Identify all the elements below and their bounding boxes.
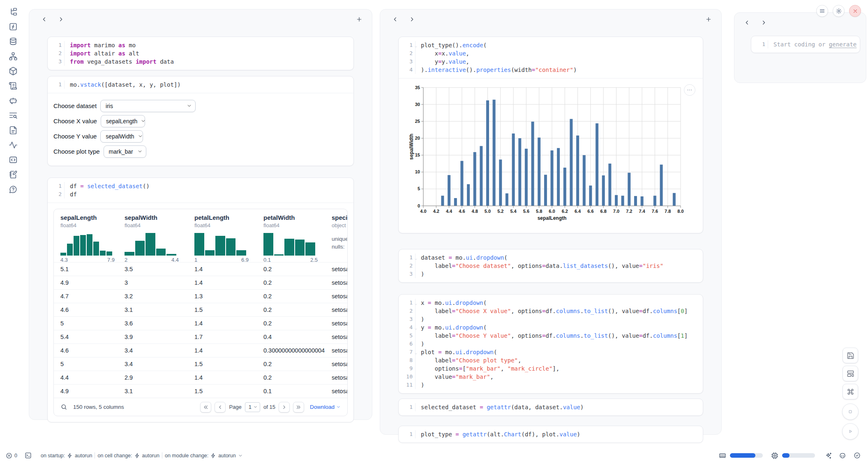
table-row[interactable]: 4.931.40.2setosa <box>54 276 347 289</box>
code-line: 1x = mo.ui.dropdown( <box>399 299 703 307</box>
table-row[interactable]: 4.63.11.50.2setosa <box>54 303 347 316</box>
svg-text:6.2: 6.2 <box>562 209 568 214</box>
column-histogram[interactable] <box>194 232 246 256</box>
scroll-text-icon[interactable] <box>9 81 18 90</box>
svg-text:35: 35 <box>415 85 420 90</box>
choose-y-value-dropdown[interactable]: sepalWidth <box>100 130 143 143</box>
column-histogram[interactable] <box>263 232 315 256</box>
collapse-left-icon[interactable] <box>741 17 753 28</box>
svg-text:sepalWidth: sepalWidth <box>409 134 414 160</box>
run-all-button[interactable] <box>842 423 859 440</box>
package-icon[interactable] <box>9 67 18 76</box>
connection-status-icon[interactable] <box>854 452 861 459</box>
code-line: 9 options=["mark_bar", "mark_circle"], <box>399 364 703 373</box>
code-line: 3from vega_datasets import data <box>48 58 353 66</box>
svg-text:7.8: 7.8 <box>665 209 671 214</box>
code-cell-imports[interactable]: 1import marimo as mo2import altair as al… <box>47 37 354 70</box>
table-row[interactable]: 5.13.51.40.2setosa <box>54 262 347 276</box>
code-cell-vstack[interactable]: 1mo.vstack([dataset, x, y, plot]) Choose… <box>47 76 354 166</box>
autorun-setting[interactable]: on startup:autorun <box>41 453 92 459</box>
code-cell-dataframe[interactable]: 1df = selected_dataset()2df sepalLengthf… <box>47 177 354 422</box>
ai-placeholder[interactable]: Start coding or generate with <box>768 40 860 48</box>
column-histogram[interactable] <box>125 232 176 256</box>
dataframe-output: sepalLengthfloat644.37.9sepalWidthfloat6… <box>48 203 353 416</box>
close-panel-icon[interactable] <box>849 5 861 17</box>
network-icon[interactable] <box>9 52 18 61</box>
notebook-pen-icon[interactable] <box>9 170 18 179</box>
first-page-button[interactable] <box>200 402 211 413</box>
square-function-icon[interactable] <box>9 22 18 31</box>
code-cell-dataset-dropdown[interactable]: 1dataset = mo.ui.dropdown(2 label="Choos… <box>398 249 703 283</box>
collapse-left-icon[interactable] <box>38 14 51 25</box>
svg-text:0: 0 <box>418 203 420 208</box>
column-header[interactable]: sepalWidthfloat6424.4 <box>125 214 194 262</box>
layout-button[interactable] <box>843 366 858 381</box>
copilot-icon[interactable] <box>839 452 846 459</box>
settings-gear-icon[interactable] <box>833 5 845 17</box>
svg-text:7.4: 7.4 <box>639 209 645 214</box>
code-cell-plot-type[interactable]: 1plot_type = getattr(alt.Chart(df), plot… <box>398 426 703 443</box>
code-cell-selected-dataset[interactable]: 1selected_dataset = getattr(data, datase… <box>398 399 703 416</box>
column-header[interactable]: sepalLengthfloat644.37.9 <box>60 214 125 262</box>
chevron-down-icon <box>253 405 258 409</box>
save-button[interactable] <box>843 348 858 363</box>
column-header[interactable]: petalWidthfloat640.12.5 <box>263 214 332 262</box>
last-page-button[interactable] <box>293 402 304 413</box>
choose-dataset-dropdown[interactable]: iris <box>100 100 196 112</box>
next-page-button[interactable] <box>279 402 290 413</box>
database-icon[interactable] <box>9 37 18 46</box>
dropdown-label: Choose dataset <box>53 102 97 109</box>
left-panel-header <box>29 9 372 27</box>
collapse-left-icon[interactable] <box>389 14 402 25</box>
zap-icon <box>67 453 73 459</box>
table-row[interactable]: 53.41.50.2setosa <box>54 357 347 371</box>
choose-x-value-dropdown[interactable]: sepalLength <box>101 115 145 127</box>
add-cell-icon[interactable] <box>702 14 715 25</box>
code-line: 8 label="Choose plot type", <box>399 356 703 364</box>
code-snippet-icon[interactable] <box>9 155 18 164</box>
table-row[interactable]: 53.61.40.2setosa <box>54 316 347 330</box>
table-row[interactable]: 4.63.41.40.30000000000000004setosa <box>54 343 347 357</box>
column-histogram[interactable] <box>60 232 112 256</box>
expand-right-icon[interactable] <box>406 14 418 25</box>
file-tree-icon[interactable] <box>9 7 18 16</box>
column-header[interactable]: petalLengthfloat6416.9 <box>194 214 263 262</box>
autorun-setting[interactable]: on module change:autorun <box>165 453 243 459</box>
expand-right-icon[interactable] <box>757 17 770 28</box>
ai-code-cell[interactable]: 1 Start coding or generate with <box>751 36 860 53</box>
stop-button[interactable] <box>842 403 859 420</box>
document-icon[interactable] <box>9 126 18 135</box>
bar-chart[interactable]: 4.04.24.44.64.85.05.25.45.65.86.06.26.46… <box>399 78 703 233</box>
svg-text:6.6: 6.6 <box>587 209 593 214</box>
code-cell-xy-dropdowns[interactable]: 1x = mo.ui.dropdown(2 label="Choose X va… <box>398 294 703 394</box>
svg-text:20: 20 <box>415 136 420 141</box>
chat-bot-icon[interactable] <box>9 96 18 105</box>
code-line: 6) <box>399 340 703 348</box>
error-count-indicator[interactable]: 0 <box>6 452 17 459</box>
activity-icon[interactable] <box>9 141 18 150</box>
table-row[interactable]: 4.42.91.40.2setosa <box>54 371 347 384</box>
autorun-setting[interactable]: on cell change:autorun <box>97 453 159 459</box>
add-cell-icon[interactable] <box>353 14 365 25</box>
table-row[interactable]: 4.73.21.30.2setosa <box>54 289 347 303</box>
table-row[interactable]: 4.93.11.50.1setosa <box>54 384 347 398</box>
column-header[interactable]: speciesobjectunique:nulls: <box>332 214 348 262</box>
dropdown-label: Choose plot type <box>53 148 100 155</box>
text-search-icon[interactable] <box>9 111 18 120</box>
terminal-icon[interactable] <box>25 452 32 459</box>
expand-right-icon[interactable] <box>55 14 67 25</box>
prev-page-button[interactable] <box>215 402 226 413</box>
ai-sparkles-icon[interactable] <box>825 452 832 459</box>
command-palette-button[interactable] <box>843 384 858 399</box>
choose-plot-type-dropdown[interactable]: mark_bar <box>104 145 146 158</box>
table-row[interactable]: 5.43.91.70.4setosa <box>54 330 347 343</box>
search-icon[interactable] <box>60 403 67 410</box>
code-cell-plot[interactable]: 1plot_type().encode(2 x=x.value,3 y=y.va… <box>398 37 703 233</box>
chart-options-icon[interactable] <box>684 84 695 96</box>
download-button[interactable]: Download <box>310 404 341 410</box>
generate-link[interactable]: generate <box>829 41 856 48</box>
page-select[interactable]: 1 <box>245 402 260 412</box>
help-chat-icon[interactable] <box>9 185 18 194</box>
svg-text:4.8: 4.8 <box>472 209 478 214</box>
menu-icon[interactable] <box>816 5 828 17</box>
